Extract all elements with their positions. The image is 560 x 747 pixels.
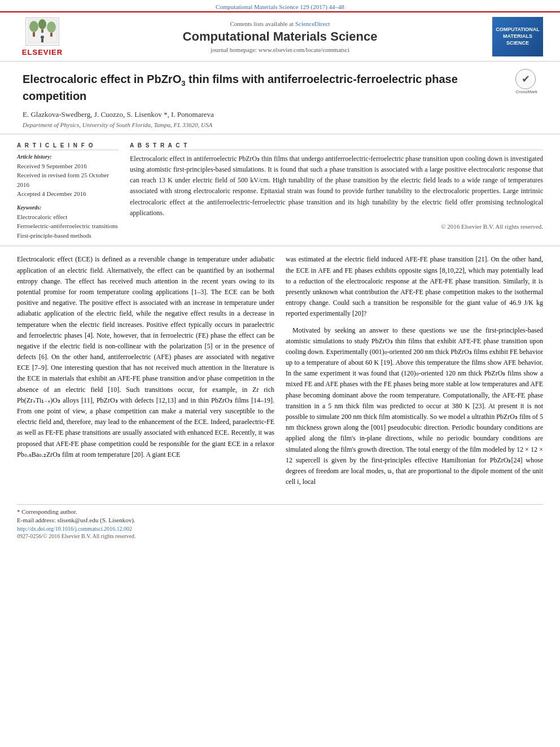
contents-line: Contents lists available at ScienceDirec…	[68, 20, 492, 27]
affiliation: Department of Physics, University of Sou…	[23, 121, 510, 128]
article-info-abstract: A R T I C L E I N F O Article history: R…	[0, 134, 560, 247]
svg-point-1	[29, 21, 38, 32]
svg-point-3	[38, 19, 46, 29]
svg-rect-4	[41, 29, 43, 33]
elsevier-tree-icon	[27, 19, 58, 44]
elsevier-logo-image	[25, 18, 59, 46]
body-section: Electrocaloric effect (ECE) is defined a…	[0, 246, 560, 501]
journal-logo-box: COMPUTATIONAL MATERIALS SCIENCE	[492, 17, 543, 56]
svg-rect-8	[41, 39, 43, 42]
received-date: Received 9 September 2016	[17, 161, 119, 171]
journal-title: Computational Materials Science	[68, 29, 492, 44]
article-info-col: A R T I C L E I N F O Article history: R…	[17, 142, 119, 241]
corresponding-author: * Corresponding author.	[17, 508, 543, 515]
citation-bar: Computational Materials Science 129 (201…	[0, 0, 560, 11]
svg-rect-2	[33, 32, 35, 37]
revised-date: Received in revised form 25 October 2016	[17, 171, 119, 189]
article-header: Electrocaloric effect in PbZrO3 thin fil…	[0, 62, 560, 134]
doi-link[interactable]: http://dx.doi.org/10.1016/j.commatsci.20…	[17, 526, 132, 532]
body-col-right: was estimated at the electric field indu…	[286, 254, 543, 493]
body-para-1: Electrocaloric effect (ECE) is defined a…	[17, 254, 274, 460]
svg-point-7	[41, 36, 44, 39]
footnote-area: * Corresponding author. E-mail address: …	[17, 504, 543, 539]
issn-line: 0927-0256/© 2016 Elsevier B.V. All right…	[17, 533, 543, 539]
kw2: Ferroelectric-antiferroelectric transiti…	[17, 221, 119, 231]
authors: E. Glazkova-Swedberg, J. Cuozzo, S. Lise…	[23, 110, 510, 119]
citation-text: Computational Materials Science 129 (201…	[216, 3, 344, 10]
crossmark-badge-container: ✔ CrossMark	[515, 69, 537, 94]
abstract-heading: A B S T R A C T	[130, 142, 543, 150]
page: Computational Materials Science 129 (201…	[0, 0, 560, 747]
journal-logo-text: COMPUTATIONAL MATERIALS SCIENCE	[496, 27, 540, 46]
sciencedirect-link[interactable]: ScienceDirect	[295, 20, 330, 27]
elsevier-logo: ELSEVIER	[17, 18, 68, 56]
copyright-line: © 2016 Elsevier B.V. All rights reserved…	[130, 223, 543, 230]
article-title: Electrocaloric effect in PbZrO3 thin fil…	[23, 72, 510, 103]
journal-header: ELSEVIER Contents lists available at Sci…	[0, 11, 560, 62]
email-line: E-mail address: slisenk@usf.edu (S. Lise…	[17, 517, 543, 523]
doi-line: http://dx.doi.org/10.1016/j.commatsci.20…	[17, 526, 543, 532]
crossmark-icon: ✔	[515, 69, 536, 89]
keywords-label: Keywords:	[17, 204, 119, 211]
article-info-heading: A R T I C L E I N F O	[17, 142, 119, 150]
body-para-right-2: Motivated by seeking an answer to these …	[286, 325, 543, 488]
abstract-col: A B S T R A C T Electrocaloric effect in…	[130, 142, 543, 241]
history-label: Article history:	[17, 154, 119, 160]
homepage-line: journal homepage: www.elsevier.com/locat…	[68, 46, 492, 53]
elsevier-label: ELSEVIER	[22, 48, 63, 56]
body-para-right-1: was estimated at the electric field indu…	[286, 254, 543, 319]
journal-center: Contents lists available at ScienceDirec…	[68, 20, 492, 53]
abstract-text: Electrocaloric effect in antiferroelectr…	[130, 154, 543, 219]
svg-rect-6	[50, 33, 53, 37]
accepted-date: Accepted 4 December 2016	[17, 189, 119, 199]
body-col-left: Electrocaloric effect (ECE) is defined a…	[17, 254, 274, 493]
svg-point-5	[47, 21, 56, 33]
kw3: First-principle-based methods	[17, 231, 119, 241]
kw1: Electrocaloric effect	[17, 212, 119, 222]
